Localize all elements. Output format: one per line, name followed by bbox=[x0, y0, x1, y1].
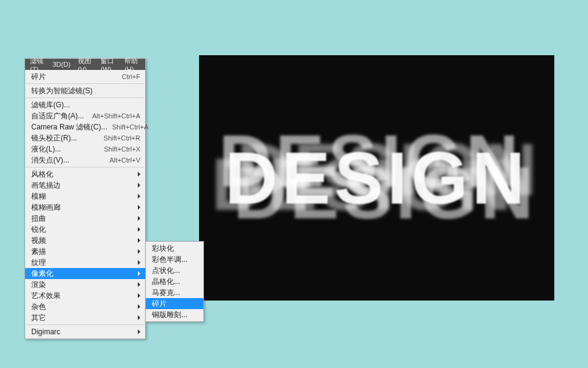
menu-separator bbox=[26, 98, 145, 98]
menu-item-shortcut: Alt+Ctrl+V bbox=[110, 156, 140, 164]
submenu-color-blocks[interactable]: 彩块化 bbox=[146, 243, 203, 254]
menu-artistic[interactable]: 艺术效果 bbox=[25, 290, 145, 301]
menu-item-label: 像素化 bbox=[31, 269, 134, 279]
submenu-color-halftone[interactable]: 彩色半调... bbox=[146, 254, 203, 265]
menu-stylize[interactable]: 风格化 bbox=[25, 169, 145, 180]
menu-separator bbox=[26, 324, 145, 325]
menu-item-label: Camera Raw 滤镜(C)... bbox=[31, 122, 107, 132]
submenu-mezzotint[interactable]: 铜版雕刻... bbox=[146, 309, 203, 320]
menu-item-label: 碎片 bbox=[152, 299, 198, 309]
submenu-arrow-icon bbox=[138, 271, 140, 276]
menu-item-shortcut: Ctrl+F bbox=[122, 73, 140, 80]
menu-video[interactable]: 视频 bbox=[25, 235, 145, 246]
menu-digimarc[interactable]: Digimarc bbox=[25, 326, 145, 337]
menu-blur-gallery[interactable]: 模糊画廊 bbox=[25, 202, 145, 213]
menu-sketch[interactable]: 素描 bbox=[25, 246, 145, 257]
menubar-help[interactable]: 帮助(H) bbox=[121, 56, 144, 73]
menu-noise[interactable]: 杂色 bbox=[25, 301, 145, 312]
menu-brush-strokes[interactable]: 画笔描边 bbox=[25, 180, 145, 191]
menu-convert-smart[interactable]: 转换为智能滤镜(S) bbox=[25, 85, 145, 96]
menu-filter-gallery[interactable]: 滤镜库(G)... bbox=[25, 99, 145, 110]
menu-item-label: 自适应广角(A)... bbox=[31, 111, 87, 121]
submenu-mosaic[interactable]: 马赛克... bbox=[146, 287, 203, 298]
submenu-arrow-icon bbox=[138, 238, 140, 243]
submenu-arrow-icon bbox=[138, 282, 140, 287]
menubar-3d[interactable]: 3D(D) bbox=[49, 61, 74, 68]
menubar-view[interactable]: 视图(V) bbox=[74, 56, 97, 73]
menu-separator bbox=[26, 83, 145, 84]
menu-item-label: 艺术效果 bbox=[31, 291, 134, 301]
submenu-arrow-icon bbox=[138, 216, 140, 221]
menu-pixelate[interactable]: 像素化 bbox=[25, 268, 145, 279]
menu-item-label: 点状化... bbox=[152, 266, 198, 276]
menu-item-shortcut: Alt+Shift+Ctrl+A bbox=[92, 112, 140, 120]
submenu-arrow-icon bbox=[138, 194, 140, 199]
menu-other[interactable]: 其它 bbox=[25, 312, 145, 323]
menu-item-label: 视频 bbox=[31, 236, 134, 246]
menubar: 滤镜(T) 3D(D) 视图(V) 窗口(W) 帮助(H) bbox=[25, 59, 145, 70]
menu-distort[interactable]: 扭曲 bbox=[25, 213, 145, 224]
menu-item-label: Digimarc bbox=[31, 328, 134, 336]
design-text: DESIGN DESIGN DESIGN DESIGN DESIGN bbox=[225, 136, 529, 220]
submenu-arrow-icon bbox=[138, 227, 140, 232]
menubar-window[interactable]: 窗口(W) bbox=[97, 56, 121, 73]
submenu-arrow-icon bbox=[138, 293, 140, 298]
menu-item-label: 碎片 bbox=[31, 72, 117, 82]
menu-item-shortcut: Shift+Ctrl+R bbox=[104, 134, 140, 142]
submenu-arrow-icon bbox=[138, 329, 140, 334]
filter-menu-panel: 滤镜(T) 3D(D) 视图(V) 窗口(W) 帮助(H) 碎片 Ctrl+F … bbox=[24, 58, 146, 339]
menu-last-filter[interactable]: 碎片 Ctrl+F bbox=[25, 71, 145, 82]
menu-item-label: 素描 bbox=[31, 247, 134, 257]
submenu-arrow-icon bbox=[138, 205, 140, 210]
filter-menu-list: 碎片 Ctrl+F 转换为智能滤镜(S) 滤镜库(G)... 自适应广角(A).… bbox=[25, 70, 145, 339]
menu-item-label: 扭曲 bbox=[31, 213, 134, 224]
submenu-pointillize[interactable]: 点状化... bbox=[146, 265, 203, 276]
menu-item-shortcut: Shift+Ctrl+X bbox=[104, 145, 140, 153]
submenu-arrow-icon bbox=[138, 315, 140, 320]
menu-separator bbox=[26, 167, 145, 167]
submenu-arrow-icon bbox=[138, 304, 140, 309]
menu-item-label: 彩色半调... bbox=[152, 255, 198, 265]
menu-item-label: 彩块化 bbox=[152, 243, 198, 254]
menu-texture[interactable]: 纹理 bbox=[25, 257, 145, 268]
menu-sharpen[interactable]: 锐化 bbox=[25, 224, 145, 235]
menu-item-label: 其它 bbox=[31, 313, 134, 323]
menu-adaptive-wide[interactable]: 自适应广角(A)... Alt+Shift+Ctrl+A bbox=[25, 110, 145, 121]
submenu-crystallize[interactable]: 晶格化... bbox=[146, 276, 203, 287]
menu-lens-correct[interactable]: 镜头校正(R)... Shift+Ctrl+R bbox=[25, 132, 145, 144]
design-text-frag: DESIGN bbox=[237, 127, 541, 212]
menu-camera-raw[interactable]: Camera Raw 滤镜(C)... Shift+Ctrl+A bbox=[25, 121, 145, 132]
menu-item-label: 锐化 bbox=[31, 224, 134, 235]
menu-item-label: 模糊画廊 bbox=[31, 202, 134, 213]
menu-item-label: 风格化 bbox=[31, 169, 134, 180]
menu-item-shortcut: Shift+Ctrl+A bbox=[112, 123, 148, 131]
menu-item-label: 纹理 bbox=[31, 258, 134, 268]
menu-item-label: 转换为智能滤镜(S) bbox=[31, 86, 140, 96]
submenu-arrow-icon bbox=[138, 249, 140, 254]
menu-item-label: 画笔描边 bbox=[31, 180, 134, 191]
canvas-preview: DESIGN DESIGN DESIGN DESIGN DESIGN bbox=[199, 55, 554, 301]
menu-item-label: 晶格化... bbox=[152, 277, 198, 287]
menu-item-label: 铜版雕刻... bbox=[152, 310, 198, 320]
menu-liquify[interactable]: 液化(L)... Shift+Ctrl+X bbox=[25, 144, 145, 155]
menu-item-label: 杂色 bbox=[31, 302, 134, 312]
menu-item-label: 滤镜库(G)... bbox=[31, 100, 140, 110]
submenu-arrow-icon bbox=[138, 183, 140, 188]
menu-item-label: 消失点(V)... bbox=[31, 155, 105, 166]
menu-item-label: 镜头校正(R)... bbox=[31, 133, 99, 144]
submenu-arrow-icon bbox=[138, 172, 140, 177]
menu-item-label: 模糊 bbox=[31, 191, 134, 202]
pixelate-submenu: 彩块化 彩色半调... 点状化... 晶格化... 马赛克... 碎片 铜版雕刻… bbox=[145, 241, 204, 322]
menubar-filter[interactable]: 滤镜(T) bbox=[26, 56, 49, 73]
menu-item-label: 马赛克... bbox=[152, 288, 198, 298]
menu-item-label: 液化(L)... bbox=[31, 144, 99, 155]
menu-vanishing-point[interactable]: 消失点(V)... Alt+Ctrl+V bbox=[25, 155, 145, 166]
menu-blur[interactable]: 模糊 bbox=[25, 191, 145, 202]
menu-item-label: 渲染 bbox=[31, 280, 134, 290]
menu-render[interactable]: 渲染 bbox=[25, 279, 145, 290]
submenu-arrow-icon bbox=[138, 260, 140, 265]
submenu-fragment[interactable]: 碎片 bbox=[146, 298, 203, 309]
